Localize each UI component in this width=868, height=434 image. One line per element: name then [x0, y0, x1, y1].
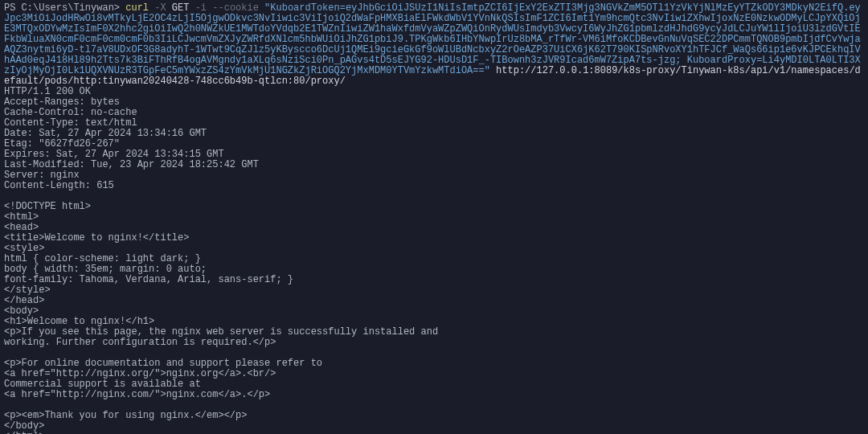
response-header: Etag: "6627fd26-267" [4, 138, 120, 149]
response-body-line: body { width: 35em; margin: 0 auto; [4, 264, 207, 275]
response-header: Expires: Sat, 27 Apr 2024 13:34:15 GMT [4, 149, 224, 160]
response-body-line: <html> [4, 211, 39, 223]
response-body-line: </style> [4, 285, 51, 296]
response-body-line: html { color-scheme: light dark; } [4, 253, 201, 264]
response-body-line: <head> [4, 222, 39, 233]
response-header: Content-Type: text/html [4, 117, 137, 129]
response-header: Last-Modified: Tue, 23 Apr 2024 18:25:42… [4, 159, 259, 170]
prompt-symbol: > [114, 2, 120, 14]
response-body-line: <title>Welcome to nginx!</title> [4, 232, 189, 244]
response-header: Cache-Control: no-cache [4, 107, 137, 118]
response-body-line: Commercial support is available at [4, 379, 201, 390]
curl-command: curl [125, 2, 149, 14]
prompt-prefix: PS [4, 2, 22, 14]
response-body-line: </html> [4, 431, 44, 434]
response-header: Content-Length: 615 [4, 180, 114, 191]
response-header: Server: nginx [4, 170, 80, 181]
response-body-line: working. Further configuration is requir… [4, 337, 276, 348]
method-get: GET [172, 2, 190, 14]
response-header: Date: Sat, 27 Apr 2024 13:34:16 GMT [4, 128, 207, 139]
response-body-line: font-family: Tahoma, Verdana, Arial, san… [4, 274, 293, 285]
flag-i: -i [195, 2, 207, 14]
response-body-line: </head> [4, 295, 44, 306]
response-body-line: <p><em>Thank you for using nginx.</em></… [4, 410, 247, 421]
response-body-line: <p>If you see this page, the nginx web s… [4, 326, 438, 338]
response-body-line: <h1>Welcome to nginx!</h1> [4, 316, 154, 327]
response-body-line: <body> [4, 305, 39, 317]
response-body-line: <a href="http://nginx.org/">nginx.org</a… [4, 368, 276, 379]
terminal-output[interactable]: PS C:\Users\Tinywan> curl -X GET -i --co… [0, 0, 868, 434]
flag-cookie: --cookie [212, 2, 259, 14]
response-header: Accept-Ranges: bytes [4, 96, 120, 108]
response-body-line: <!DOCTYPE html> [4, 201, 91, 212]
prompt-path: C:\Users\Tinywan [22, 2, 114, 14]
response-body-line: <a href="http://nginx.com/">nginx.com</a… [4, 389, 270, 400]
response-body-line: </body> [4, 420, 44, 432]
response-body-line: <style> [4, 243, 44, 254]
flag-x: -X [154, 2, 166, 14]
http-status-line: HTTP/1.1 200 OK [4, 86, 91, 97]
response-body-line: <p>For online documentation and support … [4, 358, 322, 369]
